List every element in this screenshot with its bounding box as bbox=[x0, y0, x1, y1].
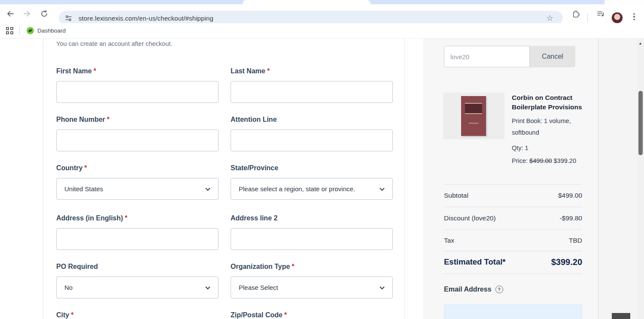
field-last-name: Last Name* bbox=[231, 66, 393, 103]
apps-grid-icon[interactable] bbox=[6, 27, 13, 34]
required-asterisk: * bbox=[71, 311, 73, 319]
field-label: Address (in English)* bbox=[56, 214, 219, 223]
summary-divider bbox=[444, 274, 582, 274]
field-label: State/Province bbox=[231, 163, 393, 173]
product-price: Price: $499.00 $399.20 bbox=[512, 157, 576, 164]
shipping-form: You can create an account after checkout… bbox=[43, 39, 405, 319]
discount-row: Discount (love20) -$99.80 bbox=[444, 214, 582, 222]
playlist-music-icon bbox=[596, 9, 605, 18]
back-arrow-icon bbox=[6, 9, 15, 18]
extensions-button[interactable] bbox=[571, 9, 580, 18]
product-format-line2: softbound bbox=[512, 129, 539, 136]
summary-divider bbox=[444, 251, 582, 251]
url-text[interactable]: store.lexisnexis.com/en-us/checkout/#shi… bbox=[79, 15, 213, 22]
product-image bbox=[443, 93, 504, 139]
scroll-to-top-button[interactable] bbox=[612, 313, 630, 319]
promo-cancel-button[interactable]: Cancel bbox=[530, 46, 575, 67]
required-asterisk: * bbox=[292, 263, 294, 270]
profile-avatar[interactable] bbox=[611, 12, 623, 24]
field-label: Last Name* bbox=[231, 66, 393, 76]
product-format-line1: Print Book: 1 volume, bbox=[512, 117, 571, 124]
address-input[interactable] bbox=[56, 228, 219, 250]
field-po-required: PO Required No bbox=[56, 262, 219, 298]
bookmark-dashboard[interactable]: Dashboard bbox=[27, 27, 66, 34]
order-summary: Cancel Corbin on Contract Boilerplate Pr… bbox=[423, 39, 598, 319]
field-attention-line: Attention Line bbox=[231, 115, 393, 151]
back-button[interactable] bbox=[6, 9, 15, 18]
scrollbar[interactable]: ▲ bbox=[637, 39, 644, 319]
book-cover bbox=[461, 96, 486, 136]
last-name-input[interactable] bbox=[231, 81, 393, 103]
attention-line-input[interactable] bbox=[231, 129, 393, 151]
scrollbar-thumb[interactable] bbox=[638, 91, 643, 155]
original-price: $499.00 bbox=[529, 157, 552, 164]
field-phone-number: Phone Number* bbox=[56, 115, 219, 151]
forward-button[interactable] bbox=[22, 9, 32, 18]
chevron-down-icon bbox=[205, 284, 210, 289]
field-label: Attention Line bbox=[231, 115, 393, 124]
chevron-down-icon bbox=[205, 186, 210, 190]
tab-strip-end bbox=[605, 0, 644, 4]
field-address-line-2: Address line 2 bbox=[231, 214, 393, 250]
tab-strip bbox=[0, 0, 644, 4]
field-label: First Name* bbox=[56, 66, 219, 76]
first-name-input[interactable] bbox=[56, 81, 219, 103]
required-asterisk: * bbox=[125, 214, 128, 222]
summary-divider bbox=[444, 229, 582, 230]
scroll-up-arrow[interactable]: ▲ bbox=[637, 41, 644, 45]
promo-code-input[interactable] bbox=[444, 46, 530, 67]
field-label: City* bbox=[56, 310, 219, 319]
field-first-name: First Name* bbox=[56, 66, 219, 103]
required-asterisk: * bbox=[94, 67, 96, 75]
bookmark-star-icon[interactable]: ☆ bbox=[547, 13, 553, 23]
field-address: Address (in English)* bbox=[56, 214, 219, 250]
field-label: Phone Number* bbox=[56, 115, 219, 124]
tax-value: TBD bbox=[569, 237, 582, 244]
active-tab[interactable] bbox=[243, 0, 371, 4]
address-line-2-input[interactable] bbox=[231, 228, 393, 250]
required-asterisk: * bbox=[107, 116, 109, 123]
chevron-down-icon bbox=[380, 284, 384, 289]
email-address-section: Email Address ? bbox=[444, 286, 503, 293]
estimated-total-value: $399.20 bbox=[551, 257, 582, 267]
bookmarks-bar: Dashboard bbox=[0, 23, 644, 39]
summary-divider bbox=[444, 184, 582, 185]
media-controls-button[interactable] bbox=[596, 9, 605, 18]
email-address-input[interactable] bbox=[444, 304, 582, 319]
organization-type-select[interactable]: Please Select bbox=[231, 277, 393, 298]
field-label: Country* bbox=[56, 163, 219, 173]
state-province-select[interactable]: Please select a region, state or provinc… bbox=[231, 178, 393, 200]
page-gutter bbox=[598, 39, 637, 319]
puzzle-icon bbox=[571, 9, 580, 18]
reload-icon bbox=[40, 9, 49, 18]
discount-value: -$99.80 bbox=[559, 214, 582, 222]
estimated-total-label: Estimated Total* bbox=[444, 257, 506, 267]
browser-menu-button[interactable] bbox=[632, 13, 636, 20]
po-required-select[interactable]: No bbox=[56, 277, 219, 298]
subtotal-value: $499.00 bbox=[558, 192, 582, 199]
browser-toolbar: store.lexisnexis.com/en-us/checkout/#shi… bbox=[0, 4, 644, 23]
chevron-down-icon bbox=[380, 186, 384, 190]
dashboard-favicon-icon bbox=[27, 27, 34, 34]
help-icon[interactable]: ? bbox=[495, 286, 503, 293]
country-select[interactable]: United States bbox=[56, 178, 219, 200]
field-label: Organization Type* bbox=[231, 262, 393, 271]
product-title[interactable]: Corbin on Contract Boilerplate Provision… bbox=[512, 93, 583, 112]
select-value: No bbox=[64, 284, 73, 291]
field-country: Country* United States bbox=[56, 163, 219, 200]
discount-label: Discount (love20) bbox=[444, 214, 496, 222]
tax-row: Tax TBD bbox=[444, 237, 582, 244]
product-quantity: Qty: 1 bbox=[512, 144, 529, 151]
account-note: You can create an account after checkout… bbox=[56, 40, 172, 47]
reload-button[interactable] bbox=[39, 9, 49, 18]
field-state-province: State/Province Please select a region, s… bbox=[231, 163, 393, 200]
field-label: Zip/Postal Code* bbox=[231, 310, 393, 319]
summary-divider bbox=[444, 207, 582, 207]
toolbar-separator bbox=[587, 14, 588, 22]
phone-number-input[interactable] bbox=[56, 129, 219, 151]
site-settings-icon[interactable] bbox=[64, 14, 73, 22]
subtotal-label: Subtotal bbox=[444, 192, 468, 199]
select-value: United States bbox=[64, 185, 103, 193]
subtotal-row: Subtotal $499.00 bbox=[444, 192, 582, 199]
forward-arrow-icon bbox=[23, 9, 31, 18]
